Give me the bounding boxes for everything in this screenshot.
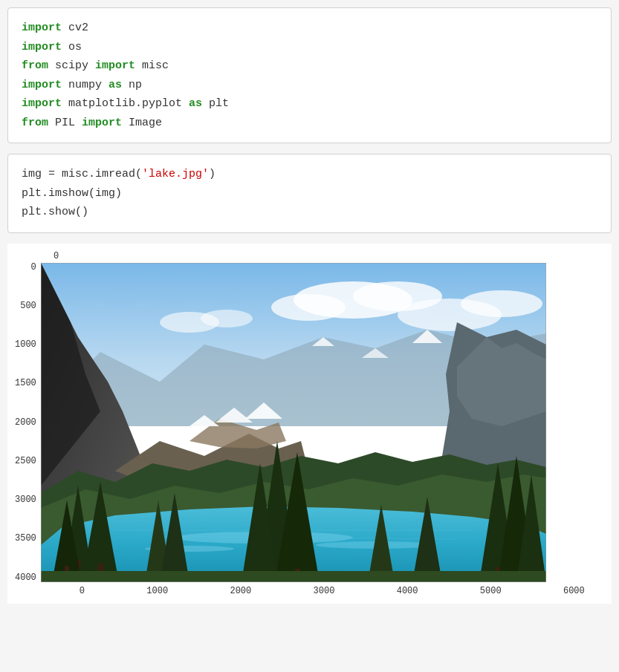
code-line: plt.imshow(img) bbox=[22, 184, 597, 203]
keyword: import bbox=[22, 22, 62, 34]
code-line: import cv2 bbox=[22, 19, 597, 38]
code-text: matplotlib.pyplot bbox=[62, 97, 189, 110]
chart-column: 0100020003000400050006000 bbox=[41, 263, 585, 596]
x-axis-label: 5000 bbox=[480, 586, 502, 596]
code-text: plt.imshow(img) bbox=[22, 187, 122, 200]
keyword: import bbox=[22, 97, 62, 110]
plot-area: 05001000150020002500300035004000 bbox=[15, 263, 585, 596]
lake-image-wrapper bbox=[41, 263, 546, 582]
x-axis-label: 2000 bbox=[230, 586, 251, 596]
y-axis-label: 1500 bbox=[15, 379, 36, 388]
code-line: from PIL import Image bbox=[22, 114, 597, 133]
y-axis-label: 2500 bbox=[15, 457, 36, 466]
y-axis-label: 500 bbox=[20, 301, 36, 310]
code-block-1: import cv2import osfrom scipy import mis… bbox=[7, 7, 612, 143]
code-line: import os bbox=[22, 38, 597, 57]
keyword: from bbox=[22, 117, 48, 129]
y-axis-label: 0 bbox=[31, 263, 36, 272]
keyword: as bbox=[108, 79, 122, 91]
code-text: numpy bbox=[62, 79, 108, 91]
svg-point-5 bbox=[461, 290, 542, 317]
code-text: misc bbox=[135, 59, 169, 72]
code-line: import numpy as np bbox=[22, 76, 597, 95]
plot-container: 0 05001000150020002500300035004000 bbox=[7, 244, 612, 604]
code-text: Image bbox=[122, 117, 162, 129]
svg-point-3 bbox=[271, 294, 346, 321]
keyword: from bbox=[22, 59, 48, 72]
top-zero-label: 0 bbox=[54, 251, 59, 261]
x-axis-label: 3000 bbox=[314, 586, 335, 596]
code-text: PIL bbox=[48, 117, 82, 129]
y-axis-label: 1000 bbox=[15, 340, 36, 349]
code-text: img = misc.imread( bbox=[22, 168, 142, 180]
x-axis-label: 0 bbox=[80, 586, 85, 596]
code-block-2: img = misc.imread('lake.jpg')plt.imshow(… bbox=[7, 154, 612, 233]
code-text: os bbox=[62, 41, 82, 53]
lake-image-svg bbox=[41, 263, 546, 582]
x-axis-label: 4000 bbox=[397, 586, 418, 596]
code-text: np bbox=[122, 79, 142, 91]
x-axis-label: 6000 bbox=[563, 586, 585, 596]
keyword: import bbox=[82, 117, 122, 129]
code-text: cv2 bbox=[62, 22, 88, 34]
code-text: scipy bbox=[48, 59, 95, 72]
y-axis: 05001000150020002500300035004000 bbox=[15, 263, 41, 582]
code-line: plt.show() bbox=[22, 203, 597, 222]
string-literal: 'lake.jpg' bbox=[142, 168, 209, 180]
svg-rect-50 bbox=[41, 571, 546, 582]
svg-point-7 bbox=[201, 310, 253, 327]
y-axis-label: 4000 bbox=[15, 573, 36, 582]
keyword: as bbox=[189, 97, 202, 110]
x-axis-label: 1000 bbox=[146, 586, 168, 596]
keyword: import bbox=[22, 41, 62, 53]
y-axis-label: 3000 bbox=[15, 495, 36, 504]
code-text: plt bbox=[202, 97, 229, 110]
code-line: import matplotlib.pyplot as plt bbox=[22, 94, 597, 114]
y-axis-label: 2000 bbox=[15, 418, 36, 427]
x-axis: 0100020003000400050006000 bbox=[80, 582, 585, 596]
code-line: img = misc.imread('lake.jpg') bbox=[22, 165, 597, 184]
code-text: ) bbox=[209, 168, 215, 180]
keyword: import bbox=[95, 59, 135, 72]
y-axis-label: 3500 bbox=[15, 534, 36, 543]
code-line: from scipy import misc bbox=[22, 56, 597, 76]
keyword: import bbox=[22, 79, 62, 91]
code-text: plt.show() bbox=[22, 206, 88, 218]
